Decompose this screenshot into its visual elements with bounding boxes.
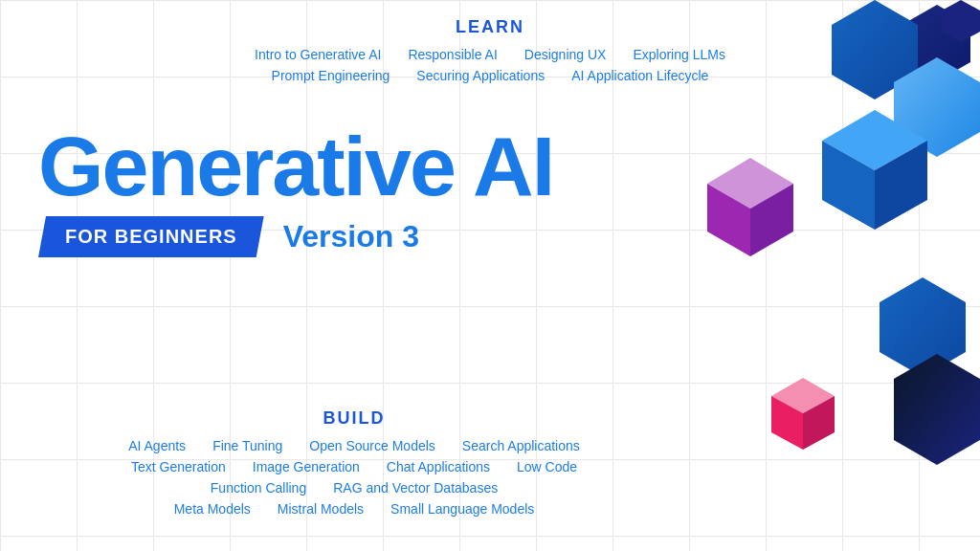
link-ux[interactable]: Designing UX [524,47,607,62]
link-prompt[interactable]: Prompt Engineering [272,68,390,83]
hex-dark-bottom [894,354,980,465]
link-chat[interactable]: Chat Applications [387,459,490,474]
link-responsible[interactable]: Responsible AI [408,47,497,62]
link-text-gen[interactable]: Text Generation [131,459,226,474]
hex-decoration [655,0,980,551]
build-row-2: Text Generation Image Generation Chat Ap… [0,459,708,474]
link-open-source[interactable]: Open Source Models [309,438,435,453]
link-search[interactable]: Search Applications [462,438,580,453]
beginners-badge: FOR BEGINNERS [38,216,264,257]
build-row-1: AI Agents Fine Tuning Open Source Models… [0,438,708,453]
link-small-lm[interactable]: Small Language Models [390,501,534,517]
build-section: BUILD AI Agents Fine Tuning Open Source … [0,408,708,522]
link-intro[interactable]: Intro to Generative AI [255,47,381,62]
build-row-3: Function Calling RAG and Vector Database… [0,480,708,496]
build-row-4: Meta Models Mistral Models Small Languag… [0,501,708,517]
build-title: BUILD [0,408,708,429]
badge-version-row: FOR BEGINNERS Version 3 [38,216,670,257]
hex-blue-bottom [880,277,966,377]
link-fine-tuning[interactable]: Fine Tuning [212,438,282,453]
link-function-calling[interactable]: Function Calling [211,480,306,496]
link-low-code[interactable]: Low Code [517,459,577,474]
link-securing[interactable]: Securing Applications [416,68,545,83]
link-rag[interactable]: RAG and Vector Databases [333,480,498,496]
version-text: Version 3 [283,219,419,254]
link-agents[interactable]: AI Agents [128,438,186,453]
main-title: Generative AI [38,124,670,209]
hex-svg [655,0,980,551]
main-title-area: Generative AI FOR BEGINNERS Version 3 [38,124,670,257]
link-meta[interactable]: Meta Models [174,501,251,517]
link-image-gen[interactable]: Image Generation [253,459,360,474]
link-mistral[interactable]: Mistral Models [278,501,364,517]
